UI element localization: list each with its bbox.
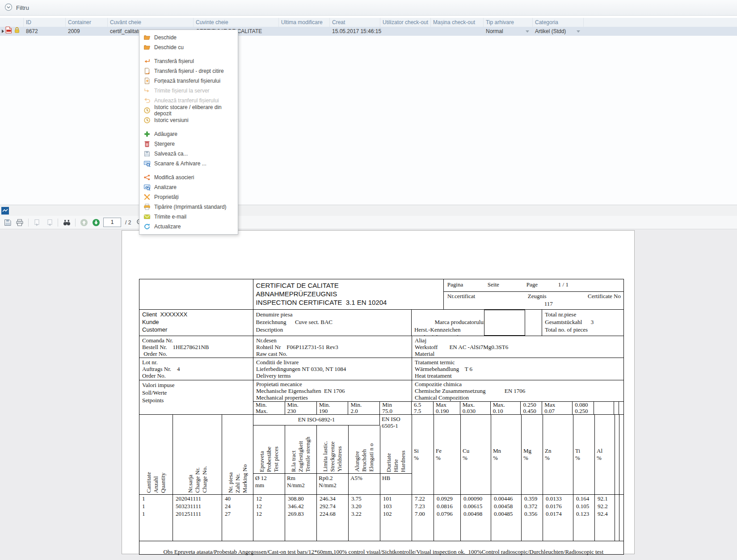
menu-item-print[interactable]: Tipărire (Imprimantă standard) [139, 202, 238, 212]
setpoint-cell: Max 0.190 [434, 402, 460, 414]
printer-icon [143, 203, 151, 211]
field-setpoints-label: Valori impuse Soll/Werte Setpoints [139, 380, 253, 414]
cert-title: CERTIFICAT DE CALITATE ABNAHMEPRÜFZEUGNI… [253, 279, 444, 309]
menu-item-send-email[interactable]: Trimite e-mail [139, 212, 238, 222]
next-page-button[interactable] [91, 218, 101, 227]
menu-item-open-with[interactable]: Deschide cu [139, 42, 238, 52]
setpoint-cell: 0.250 0.450 [521, 402, 542, 414]
col-header-category[interactable]: Categoria [533, 18, 584, 27]
menu-item-transfer-file[interactable]: Transferă fișierul [139, 56, 238, 66]
setpoint-cell: Max 0.07 [542, 402, 573, 414]
setpoint-cell [594, 402, 614, 414]
associations-icon [143, 174, 151, 181]
measurement-data: 120204111140 12308.80246.34 3.751017.22 … [139, 495, 623, 541]
history-clock-icon [143, 107, 151, 114]
folder-open-icon [143, 44, 151, 51]
previous-page-button[interactable] [79, 218, 89, 227]
field-part-name: Denumire piesa Bezeichnung Cuve sect. BA… [253, 310, 412, 336]
search-binoculars-icon[interactable] [62, 218, 72, 227]
field-total-pieces: Total nr.piese Gesamtstückahl 3 Total no… [542, 310, 623, 336]
dropdown-caret-icon[interactable] [577, 30, 580, 33]
pdf-page: CERTIFICAT DE CALITATE ABNAHMEPRÜFZEUGNI… [122, 230, 635, 554]
setpoint-cell: Min 75.0 [380, 402, 412, 414]
analyze-icon [143, 184, 151, 191]
save-copy-button[interactable] [3, 218, 13, 227]
row-expand-arrow-icon[interactable] [2, 29, 4, 33]
dropdown-caret-icon[interactable] [526, 30, 529, 33]
col-header-modified[interactable]: Ultima modificare [279, 18, 330, 27]
menu-item-save-as[interactable]: Salvează ca... [139, 149, 238, 159]
element-header-cell: Si % [412, 415, 434, 494]
col-header-keywords[interactable]: Cuvinte cheie [194, 18, 279, 27]
cell-container: 2009 [66, 27, 108, 36]
menu-item-scan-archive[interactable]: Scanare & Arhivare ... [139, 159, 238, 168]
print-button[interactable] [15, 218, 25, 227]
menu-item-refresh[interactable]: Actualizare [139, 222, 238, 232]
menu-item-version-history[interactable]: Istoric versiuni [139, 115, 238, 125]
menu-item-send-to-server[interactable]: Trimite fișierul la server [139, 86, 238, 96]
setpoint-cell [619, 402, 623, 414]
menu-item-modify-associations[interactable]: Modifică asocieri [139, 173, 238, 182]
email-icon [143, 213, 151, 220]
scan-icon [143, 160, 151, 167]
export-page-icon[interactable] [32, 218, 42, 227]
menu-item-storage-history[interactable]: Istoric stocare / eliberare din depozit [139, 105, 238, 115]
page-count-label: / 2 [125, 219, 131, 226]
refresh-icon [143, 223, 151, 230]
plus-icon [143, 131, 151, 138]
field-delivery-terms: Conditii de livrare Lieferbedingungen NT… [253, 358, 412, 380]
activity-tab-icon[interactable] [1, 207, 9, 216]
col-header-id[interactable]: ID [24, 18, 66, 27]
col-header-container[interactable]: Container [66, 18, 108, 27]
col-header-created[interactable]: Creat [330, 18, 380, 27]
undo-icon [143, 97, 151, 104]
toolbar-separator [75, 219, 76, 227]
chem-element-headers: Si %Fe %Cu %Mn %Mg %Zn %Ti %Al % [412, 415, 623, 494]
setpoint-cell: 0.080 0.250 [573, 402, 594, 414]
field-mech-properties: Propietati mecanice Mechanische Eigensch… [253, 380, 412, 401]
col-header-archive-type[interactable]: Tip arhivare [484, 18, 533, 27]
field-order-no: Comanda Nr. Bestell Nr. 1HE278621NB Orde… [139, 336, 253, 358]
setpoint-cell: Min. Max. [253, 402, 285, 414]
col-header-checkout-machine[interactable]: Mașina check-out [431, 18, 484, 27]
file-force-icon [143, 77, 151, 84]
cell-archive-type[interactable]: Normal [484, 27, 533, 36]
cell-checkout-user [380, 27, 431, 36]
unit-header-cell: A5% [349, 474, 380, 494]
menu-item-delete[interactable]: Ștergere [139, 139, 238, 149]
menu-item-analyze[interactable]: Analizare [139, 182, 238, 192]
cert-number-value: 117 [544, 300, 553, 307]
file-readonly-icon [143, 67, 151, 75]
setpoint-cell: Max. 0.10 [491, 402, 521, 414]
archive-row[interactable]: 8672 2009 certif_calitate CERTIFICAT DE … [0, 27, 737, 36]
element-header-cell: Ti % [573, 415, 595, 494]
menu-item-add[interactable]: Adăugare [139, 129, 238, 139]
export-page-icon[interactable] [44, 218, 54, 227]
unit-header-cell: Ø 12 mm [253, 474, 285, 494]
col-header-keyword[interactable]: Cuvânt cheie [108, 18, 194, 27]
send-server-icon [143, 87, 151, 94]
mech-unit-headers: Ø 12 mmRm N/mm2Rp0.2 N/mm2A5%HB [253, 474, 412, 494]
page-number-input[interactable] [103, 218, 121, 227]
cell-created: 15.05.2017 15:46:15 [330, 27, 380, 36]
cell-category[interactable]: Artikel (Stdd) [533, 27, 584, 36]
menu-item-force-transfer[interactable]: Forțează transferul fișierului [139, 76, 238, 86]
toolbar-separator [58, 219, 58, 227]
save-icon [143, 150, 151, 157]
unit-header-cell: Rp0.2 N/mm2 [317, 474, 349, 494]
measurement-row: 150323111124 12346.42292.74 3.201037.23 … [139, 502, 623, 510]
toolbar-separator [28, 219, 29, 227]
remarks-line1: Obs Epruveta atasata/Probestab Angegosse… [164, 548, 604, 555]
certificate-table: CERTIFICAT DE CALITATE ABNAHMEPRÜFZEUGNI… [139, 279, 624, 555]
element-header-cell [615, 415, 619, 494]
element-header-cell: Fe % [434, 415, 461, 494]
element-header-cell: Zn % [543, 415, 573, 494]
menu-item-transfer-readonly[interactable]: Transferă fișierul - drept citire [139, 66, 238, 76]
filter-bar: Filtru [0, 0, 737, 16]
filter-chevron-icon[interactable] [4, 3, 13, 13]
menu-item-open[interactable]: Deschide [139, 33, 238, 42]
cert-empty-cell [139, 279, 253, 309]
col-header-checkout-user[interactable]: Utilizator check-out [380, 18, 431, 27]
measurement-row: 120204111140 12308.80246.34 3.751017.22 … [139, 495, 623, 502]
menu-item-properties[interactable]: Proprietăți [139, 192, 238, 202]
